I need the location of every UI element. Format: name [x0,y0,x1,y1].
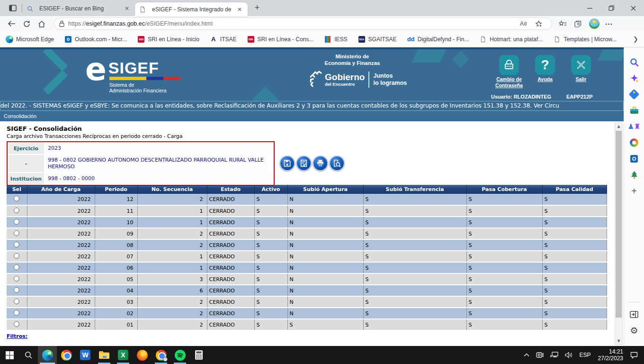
table-cell: N [287,262,363,273]
row-select-radio[interactable] [14,299,19,304]
bing-chat-icon[interactable] [627,71,641,85]
toolbox-icon[interactable] [627,103,641,118]
office-icon[interactable] [627,136,641,150]
url-text: https://esigef.finanzas.gob.ec/eSIGEF/me… [68,20,517,27]
tree-icon[interactable] [627,168,641,182]
row-select-radio[interactable] [14,264,19,270]
taskbar-app-word[interactable]: W [76,346,95,364]
esigef-logo: e SIGEF Sistema de Administración Financ… [85,56,180,93]
tab-close-icon[interactable]: ✕ [123,4,131,13]
taskbar-app-calculator[interactable] [189,346,208,364]
taskbar-app-chrome-profile[interactable] [152,346,170,364]
taskbar-clock[interactable]: 14:21 27/2/2023 [594,348,627,362]
row-select-radio[interactable] [14,219,19,225]
change-password-button[interactable]: Cambio de Contraseña [492,55,527,89]
table-cell: S [542,285,607,296]
bookmarks-overflow-icon[interactable]: ❯ [633,36,638,43]
games-icon[interactable]: ♟♜ [627,119,641,134]
bookmark-item[interactable]: IESS [324,36,347,43]
row-select-radio[interactable] [14,230,19,236]
bookmark-item[interactable]: SGASGAITSAE [358,36,397,43]
taskbar-app-firefox[interactable] [133,346,152,364]
collections-icon[interactable] [571,17,584,30]
minimize-button[interactable] [579,0,600,16]
validate-button[interactable] [296,155,312,171]
scroll-down-icon[interactable]: ▼ [615,337,622,345]
taskbar-app-explorer[interactable] [95,346,114,364]
tray-chevron-icon[interactable] [520,346,533,364]
back-button[interactable] [5,17,18,30]
starburst-icon [308,70,325,89]
taskbar-app-chrome[interactable] [57,346,76,364]
customize-sidebar-icon[interactable] [627,307,641,321]
row-select-radio[interactable] [14,208,19,213]
row-select-radio[interactable] [14,253,19,259]
help-button[interactable]: ? Ayuda [528,55,563,89]
table-cell: N [287,228,363,239]
table-cell: 3 [137,273,207,285]
volume-icon[interactable] [562,346,576,364]
table-cell: S [466,228,542,239]
bookmark-item[interactable]: SRISRI en Línea - Inicio [137,36,199,43]
bookmark-item[interactable]: Hotmart: una plataf... [479,36,543,43]
sidebar-search-icon[interactable] [627,55,641,69]
print-button[interactable] [313,155,328,171]
tab-close-icon[interactable]: ✕ [235,5,244,14]
taskbar-search-button[interactable] [19,346,38,364]
upload-save-button[interactable] [279,155,295,171]
bookmark-item[interactable]: oOutlook.com - Micr... [64,36,127,43]
bookmark-label: SRI en Línea - Cons... [258,36,314,43]
tab-bing-search[interactable]: ESIGEF - Buscar en Bing ✕ [22,2,135,15]
table-cell: S [254,251,287,262]
bookmark-item[interactable]: Microsoft Edge [6,36,54,43]
taskbar-app-edge[interactable] [38,346,57,364]
favorites-icon[interactable] [556,17,569,30]
shopping-icon[interactable] [627,87,641,101]
outlook-sidebar-icon[interactable]: O [627,152,641,166]
bookmark-item[interactable]: SRISRI en Línea - Cons... [247,36,314,43]
network-icon[interactable] [547,346,562,364]
scroll-up-icon[interactable]: ▲ [615,123,622,130]
row-select-radio[interactable] [14,310,19,316]
page-scrollbar[interactable]: ▲ ▼ [615,122,623,345]
meet-now-icon[interactable] [533,346,547,364]
add-favorite-icon[interactable] [532,17,545,30]
profile-avatar[interactable] [589,18,599,29]
address-bar[interactable]: https://esigef.finanzas.gob.ec/eSIGEF/me… [54,18,552,30]
row-select-radio[interactable] [14,321,19,327]
page-subtitle: Carga archivo Transacciones Recíprocas e… [7,133,624,139]
row-select-radio[interactable] [14,276,19,282]
table-cell: S [466,319,542,330]
tab-esigef[interactable]: eSIGEF - Sistema Integrado de Ge ✕ [135,2,248,16]
language-indicator[interactable]: ESP [576,346,594,364]
add-sidebar-icon[interactable]: + [627,184,641,198]
taskbar-app-spotify[interactable] [170,346,189,364]
bookmark-item[interactable]: AITSAE [210,36,237,43]
search-doc-button[interactable] [329,155,345,171]
filters-link[interactable]: Filtros: [7,333,27,339]
column-header: No. Secuencia [137,185,207,194]
table-cell: 08 [95,239,137,251]
home-button[interactable] [35,17,48,30]
refresh-button[interactable] [20,17,33,30]
row-select-radio[interactable] [14,196,19,201]
restore-button[interactable] [600,0,622,16]
row-select-radio[interactable] [14,242,19,247]
table-header-row: SelAño de CargaPeriodoNo. SecuenciaEstad… [7,185,607,194]
logout-button[interactable]: Salir [564,55,599,89]
settings-menu-icon[interactable]: ⋯ [602,17,616,30]
close-window-button[interactable] [622,0,644,16]
bookmark-item[interactable]: Templates | Microw... [553,36,617,43]
settings-icon[interactable]: ⚙ [627,323,641,337]
table-cell: N [287,194,363,205]
read-aloud-icon[interactable]: A [517,17,530,30]
tab-actions-menu-icon[interactable] [6,2,20,14]
decorative-shape [598,47,624,61]
row-select-radio[interactable] [14,287,19,293]
action-center-icon[interactable] [627,346,641,364]
scrollbar-thumb[interactable] [616,131,622,318]
taskbar-app-excel[interactable]: X [114,346,133,364]
new-tab-button[interactable]: + [250,1,264,14]
start-button[interactable] [0,346,19,364]
bookmark-item[interactable]: ddDigitalDefynd - Fin... [407,36,469,43]
